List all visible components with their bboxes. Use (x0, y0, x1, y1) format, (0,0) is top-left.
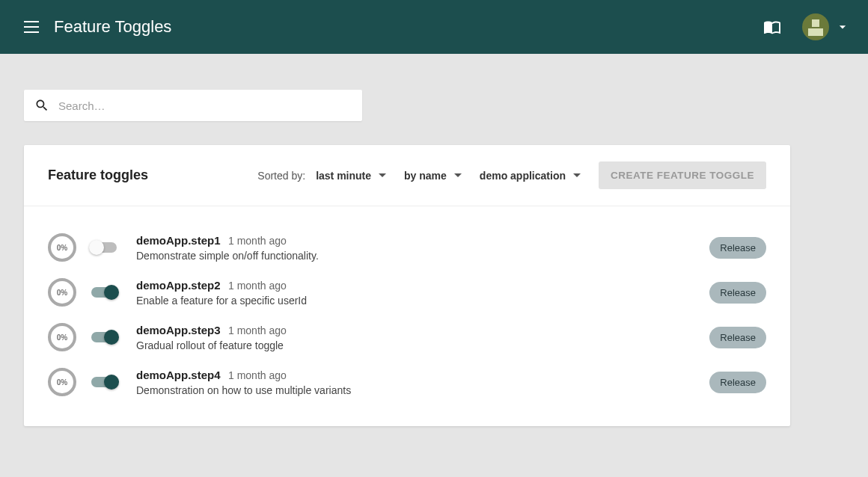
toggle-name[interactable]: demoApp.step1 (136, 234, 221, 247)
percent-circle: 0% (48, 278, 76, 307)
toggle-description: Demonstrate simple on/off functionality. (136, 250, 709, 262)
toggle-age: 1 month ago (228, 235, 287, 247)
docs-icon[interactable] (763, 18, 781, 36)
toggle-row: 0% demoApp.step3 1 month ago Gradual rol… (48, 323, 766, 351)
sort-project-value: demo application (480, 170, 566, 182)
toggle-name[interactable]: demoApp.step4 (136, 369, 221, 381)
release-chip[interactable]: Release (709, 237, 766, 259)
toggle-age: 1 month ago (228, 280, 287, 292)
chevron-down-icon (454, 173, 462, 177)
release-chip[interactable]: Release (709, 282, 766, 304)
chevron-down-icon (379, 173, 386, 177)
sort-project-dropdown[interactable]: demo application (480, 170, 581, 182)
toggle-row: 0% demoApp.step4 1 month ago Demonstrati… (48, 368, 766, 396)
chevron-down-icon[interactable] (835, 19, 850, 34)
release-chip[interactable]: Release (709, 327, 766, 348)
toggle-age: 1 month ago (228, 324, 287, 336)
feature-toggle-card: Feature toggles Sorted by: last minute b… (24, 145, 790, 426)
percent-circle: 0% (48, 233, 76, 262)
create-feature-toggle-button[interactable]: CREATE FEATURE TOGGLE (599, 161, 766, 189)
toggle-switch[interactable] (91, 242, 117, 253)
toggle-list: 0% demoApp.step1 1 month ago Demonstrate… (24, 206, 790, 426)
sort-field-dropdown[interactable]: by name (404, 170, 462, 182)
percent-circle: 0% (48, 368, 76, 396)
toggle-switch[interactable] (91, 377, 117, 387)
card-header: Feature toggles Sorted by: last minute b… (24, 145, 790, 206)
toggle-switch[interactable] (91, 287, 117, 298)
search-icon (34, 98, 49, 113)
release-chip[interactable]: Release (709, 372, 766, 393)
search-bar[interactable] (24, 90, 362, 121)
toggle-description: Gradual rollout of feature toggle (136, 339, 709, 351)
app-title: Feature Toggles (54, 17, 171, 37)
sort-field-value: by name (404, 170, 447, 182)
toggle-description: Enable a feature for a specific userId (136, 295, 709, 307)
sort-time-value: last minute (316, 170, 371, 182)
sorted-by-label: Sorted by: (257, 170, 305, 182)
toggle-switch[interactable] (91, 332, 117, 342)
sort-time-dropdown[interactable]: last minute (316, 170, 386, 182)
toggle-description: Demonstration on how to use multiple var… (136, 384, 709, 396)
toggle-name[interactable]: demoApp.step2 (136, 279, 221, 292)
toggle-row: 0% demoApp.step2 1 month ago Enable a fe… (48, 278, 766, 307)
search-input[interactable] (58, 99, 352, 112)
avatar[interactable] (802, 13, 829, 40)
card-title: Feature toggles (48, 167, 148, 183)
chevron-down-icon (573, 173, 581, 177)
toggle-age: 1 month ago (228, 369, 287, 381)
top-bar: Feature Toggles (0, 0, 868, 54)
toggle-row: 0% demoApp.step1 1 month ago Demonstrate… (48, 233, 766, 262)
percent-circle: 0% (48, 323, 76, 351)
menu-icon[interactable] (24, 18, 42, 36)
toggle-name[interactable]: demoApp.step3 (136, 324, 221, 336)
